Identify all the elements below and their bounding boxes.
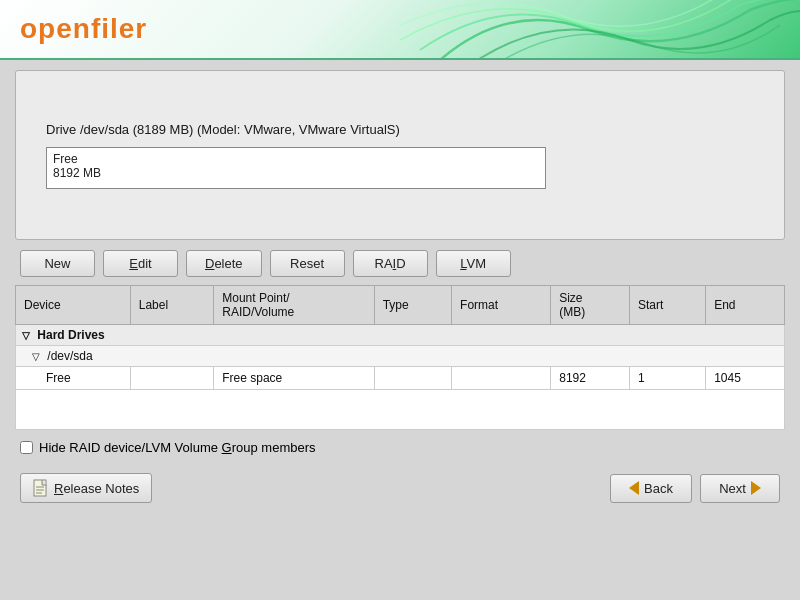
toolbar: New Edit Delete Reset RAID LVM: [15, 250, 785, 277]
next-button[interactable]: Next: [700, 474, 780, 503]
document-icon: [33, 479, 49, 497]
header-decoration: [400, 0, 800, 60]
col-header-mount: Mount Point/RAID/Volume: [214, 286, 374, 325]
back-arrow-icon: [629, 481, 639, 495]
table-row: Free Free space 8192 1 1045: [16, 367, 785, 390]
delete-button[interactable]: Delete: [186, 250, 262, 277]
col-header-end: End: [706, 286, 785, 325]
cell-end: 1045: [706, 367, 785, 390]
release-notes-label: Release Notes: [54, 481, 139, 496]
col-header-type: Type: [374, 286, 451, 325]
cell-size: 8192: [551, 367, 630, 390]
cell-type: [374, 367, 451, 390]
edit-button[interactable]: Edit: [103, 250, 178, 277]
next-label: Next: [719, 481, 746, 496]
hide-raid-checkbox[interactable]: [20, 441, 33, 454]
hide-raid-label: Hide RAID device/LVM Volume Group member…: [39, 440, 316, 455]
col-header-format: Format: [452, 286, 551, 325]
cell-format: [452, 367, 551, 390]
release-notes-button[interactable]: Release Notes: [20, 473, 152, 503]
disk-bar-inner: Free 8192 MB: [47, 148, 545, 188]
disk-bar-label: Free: [53, 152, 539, 166]
disk-bar-container: Free 8192 MB: [46, 147, 546, 189]
checkbox-area: Hide RAID device/LVM Volume Group member…: [15, 430, 785, 465]
reset-button[interactable]: Reset: [270, 250, 345, 277]
raid-button[interactable]: RAID: [353, 250, 428, 277]
col-header-label: Label: [130, 286, 214, 325]
disk-bar-size: 8192 MB: [53, 166, 539, 180]
col-header-start: Start: [629, 286, 705, 325]
back-button[interactable]: Back: [610, 474, 692, 503]
cell-device: Free: [16, 367, 131, 390]
bottom-bar: Release Notes Back Next: [15, 465, 785, 503]
header: openfiler: [0, 0, 800, 60]
back-label: Back: [644, 481, 673, 496]
cell-mount: Free space: [214, 367, 374, 390]
subgroup-expand-icon: ▽: [32, 351, 40, 362]
wave-svg: [400, 0, 800, 60]
expand-icon: ▽: [22, 330, 30, 341]
col-header-size: Size(MB): [551, 286, 630, 325]
next-arrow-icon: [751, 481, 761, 495]
disk-panel: Drive /dev/sda (8189 MB) (Model: VMware,…: [15, 70, 785, 240]
cell-label: [130, 367, 214, 390]
disk-title: Drive /dev/sda (8189 MB) (Model: VMware,…: [46, 122, 400, 137]
col-header-device: Device: [16, 286, 131, 325]
subgroup-label: /dev/sda: [47, 349, 92, 363]
app-logo: openfiler: [20, 13, 147, 45]
subgroup-sda: ▽ /dev/sda: [16, 346, 785, 367]
new-button[interactable]: New: [20, 250, 95, 277]
main-content: Drive /dev/sda (8189 MB) (Model: VMware,…: [0, 60, 800, 513]
group-label: Hard Drives: [37, 328, 104, 342]
logo-filer: filer: [91, 13, 147, 44]
lvm-button[interactable]: LVM: [436, 250, 511, 277]
nav-buttons: Back Next: [610, 474, 780, 503]
cell-start: 1: [629, 367, 705, 390]
group-hard-drives: ▽ Hard Drives: [16, 325, 785, 346]
logo-open: open: [20, 13, 91, 44]
empty-row: [16, 390, 785, 430]
partition-table: Device Label Mount Point/RAID/Volume Typ…: [15, 285, 785, 430]
